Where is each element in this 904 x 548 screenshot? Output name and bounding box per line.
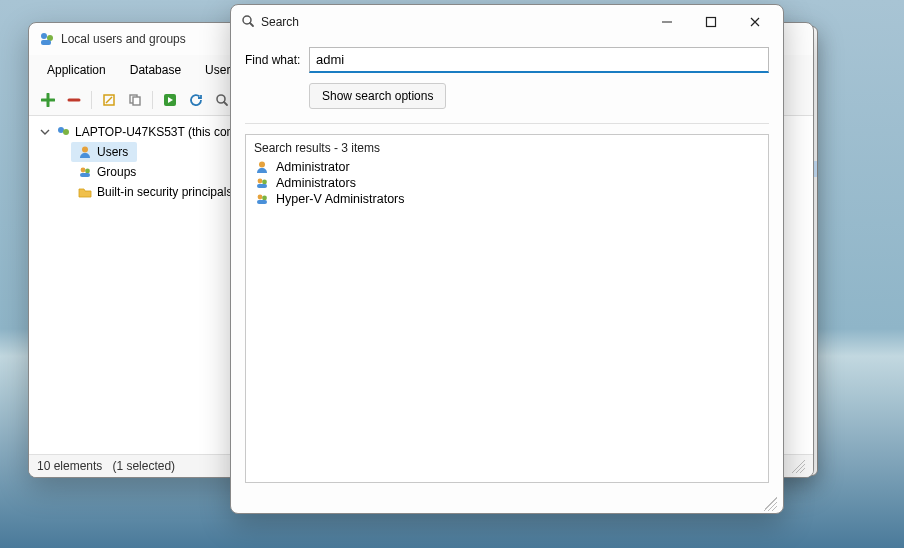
find-row: Find what: [245,47,769,73]
svg-rect-5 [133,97,140,105]
search-body: Find what: Show search options Search re… [231,39,783,495]
find-input[interactable] [309,47,769,73]
svg-rect-22 [257,200,267,204]
result-label: Administrator [276,160,350,174]
remove-button[interactable] [63,89,85,111]
toolbar-separator [152,91,153,109]
add-button[interactable] [37,89,59,111]
svg-point-0 [41,33,47,39]
result-item[interactable]: Hyper-V Administrators [254,191,760,207]
tree-node-label: Groups [97,165,136,179]
status-selected: (1 selected) [112,459,175,473]
svg-point-18 [262,180,267,185]
find-label: Find what: [245,53,301,67]
chevron-down-icon[interactable] [39,127,51,137]
svg-rect-13 [80,173,90,177]
svg-rect-15 [707,18,716,27]
group-icon [77,165,93,179]
toolbar-separator [91,91,92,109]
result-item[interactable]: Administrator [254,159,760,175]
close-button[interactable] [733,8,777,36]
refresh-button[interactable] [185,89,207,111]
search-window: Search Find what: Show search options Se… [230,4,784,514]
maximize-button[interactable] [689,8,733,36]
svg-point-20 [258,195,263,200]
tree-node-label: Users [97,145,128,159]
status-count: 10 elements [37,459,102,473]
results-header: Search results - 3 items [254,141,760,155]
computer-icon [55,125,71,139]
group-icon [254,192,270,206]
divider [245,123,769,124]
folder-icon [77,185,93,199]
resize-grip[interactable] [791,459,805,473]
svg-point-16 [259,162,265,168]
tree-node-label: Built-in security principals [97,185,232,199]
svg-point-11 [81,168,86,173]
svg-rect-2 [41,40,51,45]
menu-database[interactable]: Database [120,57,191,83]
minimize-button[interactable] [645,8,689,36]
result-item[interactable]: Administrators [254,175,760,191]
user-icon [254,160,270,174]
show-options-button[interactable]: Show search options [309,83,446,109]
go-button[interactable] [159,89,181,111]
svg-point-10 [82,147,88,153]
resize-grip[interactable] [763,497,777,511]
svg-point-21 [262,196,267,201]
search-titlebar[interactable]: Search [231,5,783,39]
search-title: Search [261,15,645,29]
result-label: Hyper-V Administrators [276,192,405,206]
group-icon [254,176,270,190]
edit-button[interactable] [98,89,120,111]
search-statusbar [231,495,783,513]
svg-point-9 [63,129,69,135]
options-row: Show search options [245,83,769,109]
results-box: Search results - 3 items Administrator A… [245,134,769,483]
svg-point-12 [85,169,90,174]
tree-node-users[interactable]: Users [71,142,137,162]
copy-button[interactable] [124,89,146,111]
menu-application[interactable]: Application [37,57,116,83]
svg-point-17 [258,179,263,184]
search-icon [241,14,255,31]
user-icon [77,145,93,159]
result-label: Administrators [276,176,356,190]
app-icon [39,31,55,47]
svg-rect-19 [257,184,267,188]
